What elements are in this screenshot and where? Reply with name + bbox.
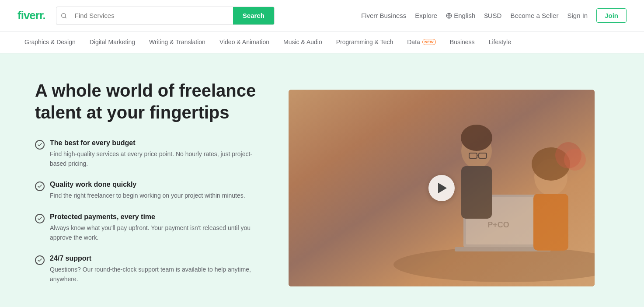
search-button[interactable]: Search: [233, 7, 274, 25]
feature-item-3: 24/7 supportQuestions? Our round-the-clo…: [35, 255, 262, 284]
play-triangle-icon: [438, 183, 447, 193]
feature-text-0: The best for every budgetFind high-quali…: [50, 139, 262, 168]
feature-text-3: 24/7 supportQuestions? Our round-the-clo…: [50, 255, 262, 284]
category-item-writing---translation[interactable]: Writing & Translation: [142, 31, 212, 53]
become-seller-link[interactable]: Become a Seller: [510, 12, 558, 19]
svg-rect-13: [533, 194, 568, 251]
feature-text-2: Protected payments, every timeAlways kno…: [50, 213, 262, 242]
check-circle-icon: [35, 140, 45, 150]
category-item-data[interactable]: DataNEW: [400, 31, 443, 53]
svg-rect-10: [461, 166, 492, 219]
features-list: The best for every budgetFind high-quali…: [35, 139, 262, 284]
category-item-lifestyle[interactable]: Lifestyle: [482, 31, 518, 53]
sign-in-link[interactable]: Sign In: [567, 12, 588, 19]
category-item-digital-marketing[interactable]: Digital Marketing: [83, 31, 142, 53]
feature-heading-1: Quality work done quickly: [50, 181, 245, 188]
hero-left: A whole world of freelance talent at you…: [35, 80, 262, 297]
feature-heading-3: 24/7 support: [50, 255, 262, 262]
feature-description-3: Questions? Our round-the-clock support t…: [50, 265, 262, 284]
feature-description-0: Find high-quality services at every pric…: [50, 150, 262, 168]
header-nav: Fiverr Business Explore English $USD Bec…: [361, 8, 627, 23]
join-button[interactable]: Join: [596, 8, 627, 23]
svg-text:P+CO: P+CO: [487, 220, 509, 229]
category-item-programming---tech[interactable]: Programming & Tech: [329, 31, 400, 53]
feature-item-1: Quality work done quicklyFind the right …: [35, 181, 262, 201]
logo-dot: .: [43, 9, 45, 22]
logo-text: fiverr: [17, 9, 43, 22]
svg-line-1: [65, 17, 66, 18]
play-button[interactable]: [428, 175, 455, 201]
hero-right: P+CO: [289, 90, 595, 286]
hero-section: A whole world of freelance talent at you…: [0, 53, 644, 307]
check-circle-icon: [35, 181, 45, 191]
currency-selector[interactable]: $USD: [484, 12, 501, 19]
svg-point-11: [461, 125, 492, 151]
feature-item-0: The best for every budgetFind high-quali…: [35, 139, 262, 168]
globe-icon: [446, 13, 452, 19]
category-item-video---animation[interactable]: Video & Animation: [212, 31, 276, 53]
feature-heading-0: The best for every budget: [50, 139, 262, 147]
explore-link[interactable]: Explore: [415, 12, 437, 19]
language-label: English: [454, 12, 475, 19]
category-nav: Graphics & DesignDigital MarketingWritin…: [0, 31, 644, 53]
feature-description-2: Always know what you'll pay upfront. You…: [50, 223, 262, 242]
feature-heading-2: Protected payments, every time: [50, 213, 262, 221]
feature-text-1: Quality work done quicklyFind the right …: [50, 181, 245, 201]
category-item-graphics---design[interactable]: Graphics & Design: [17, 31, 83, 53]
video-thumbnail[interactable]: P+CO: [289, 90, 595, 286]
check-circle-icon: [35, 255, 45, 265]
category-item-business[interactable]: Business: [443, 31, 482, 53]
check-circle-icon: [35, 214, 45, 223]
hero-title: A whole world of freelance talent at you…: [35, 80, 262, 123]
svg-point-4: [393, 247, 595, 282]
search-input[interactable]: [71, 12, 233, 19]
category-item-music---audio[interactable]: Music & Audio: [276, 31, 329, 53]
feature-description-1: Find the right freelancer to begin worki…: [50, 191, 245, 201]
new-badge: NEW: [422, 39, 436, 45]
svg-point-19: [564, 149, 586, 171]
feature-item-2: Protected payments, every timeAlways kno…: [35, 213, 262, 242]
search-bar: Search: [56, 7, 275, 25]
logo[interactable]: fiverr.: [17, 9, 45, 22]
fiverr-business-link[interactable]: Fiverr Business: [361, 12, 406, 19]
search-icon: [56, 13, 71, 19]
header: fiverr. Search Fiverr Business Explore E…: [0, 0, 644, 31]
language-selector[interactable]: English: [446, 12, 475, 19]
